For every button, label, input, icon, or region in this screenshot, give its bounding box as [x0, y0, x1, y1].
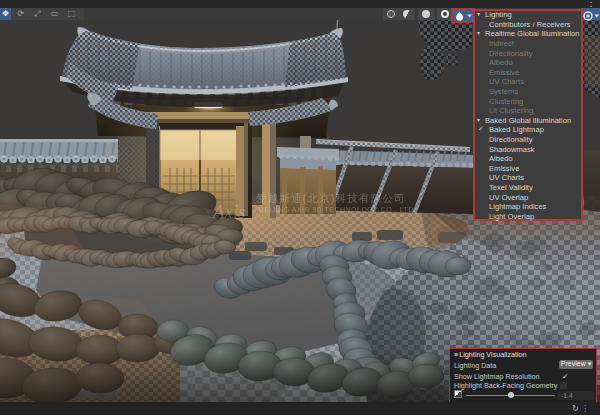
svg-text:BEIJING AXIS 3D TECHNOLOGY CO.: BEIJING AXIS 3D TECHNOLOGY CO., LTD.: [259, 206, 416, 213]
svg-text:Axis: Axis: [211, 201, 246, 222]
svg-text:爱越斯通(北京)科技有限公司: 爱越斯通(北京)科技有限公司: [256, 192, 406, 204]
